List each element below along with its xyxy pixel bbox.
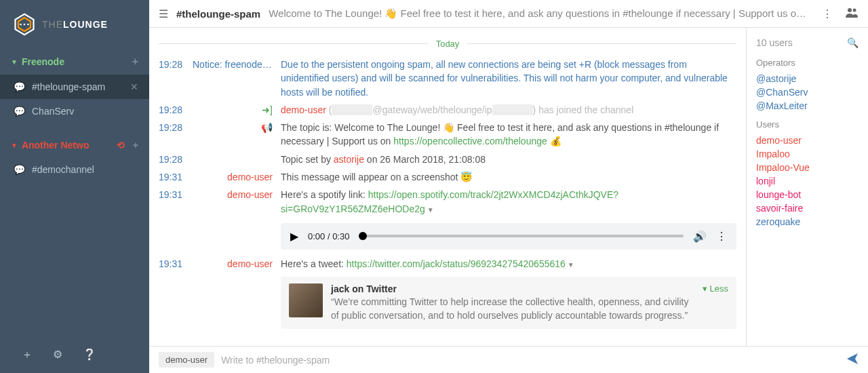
add-channel-icon[interactable]: +	[133, 140, 138, 151]
kebab-icon[interactable]: ⋮	[716, 230, 727, 243]
user-item[interactable]: savoir-faire	[756, 201, 859, 215]
collapse-button[interactable]: ▾ Less	[703, 283, 728, 322]
message-row: 19:28 📢 The topic is: Welcome to The Lou…	[149, 119, 746, 151]
user-item[interactable]: demo-user	[756, 134, 859, 147]
user-item[interactable]: zeroquake	[756, 215, 859, 229]
chevron-down-icon: ▼	[11, 58, 18, 66]
message-row: 19:28 ➜] demo-user (@gateway/web/theloun…	[149, 101, 746, 119]
message-body: This message will appear on a screenshot…	[281, 170, 736, 184]
add-channel-icon[interactable]: +	[132, 56, 138, 68]
chevron-down-icon[interactable]: ▼	[568, 261, 574, 269]
network-freenode[interactable]: ▼ Freenode +	[0, 49, 149, 75]
search-icon[interactable]: 🔍	[847, 37, 859, 48]
message-body: Topic set by astorije on 26 March 2018, …	[281, 153, 736, 166]
message-from[interactable]: demo-user	[193, 257, 281, 271]
main: ☰ #thelounge-spam Welcome to The Lounge!…	[149, 0, 868, 373]
channel-chanserv[interactable]: 💬 ChanServ	[0, 99, 149, 123]
user-item[interactable]: lounge-bot	[756, 188, 859, 201]
message-row: 19:31 demo-user Here's a tweet: https://…	[149, 255, 746, 273]
channel-thelounge-spam[interactable]: 💬 #thelounge-spam ✕	[0, 75, 149, 99]
user-list: 10 users 🔍 Operators @astorije @ChanServ…	[746, 28, 868, 346]
user-item[interactable]: @astorije	[756, 72, 859, 85]
avatar	[289, 283, 323, 317]
send-icon[interactable]	[846, 353, 859, 368]
date-divider: Today	[159, 39, 736, 49]
message-from[interactable]: Notice: freenode-co	[193, 58, 281, 99]
channel-topic: Welcome to The Lounge! 👋 Feel free to te…	[269, 7, 810, 20]
chat-icon: 💬	[14, 164, 25, 175]
userlist-section: Operators	[756, 58, 859, 68]
message-body: Due to the persistent ongoing spam, all …	[281, 58, 736, 99]
audio-time: 0:00 / 0:30	[308, 231, 349, 241]
chat-log: Today 19:28 Notice: freenode-co Due to t…	[149, 28, 746, 346]
message-row: 19:28 Topic set by astorije on 26 March …	[149, 151, 746, 168]
gear-icon[interactable]: ⚙	[53, 348, 62, 362]
app-logo[interactable]: THELOUNGE	[0, 0, 149, 49]
user-item[interactable]: lonjil	[756, 174, 859, 188]
chevron-down-icon: ▼	[11, 142, 18, 149]
timestamp: 19:31	[159, 188, 193, 216]
svg-point-4	[27, 24, 29, 26]
timestamp: 19:28	[159, 121, 193, 149]
svg-point-6	[853, 9, 856, 12]
message-from[interactable]: demo-user	[193, 188, 281, 216]
message-row: 19:31 demo-user Here's a spotify link: h…	[149, 186, 746, 218]
user-item[interactable]: @MaxLeiter	[756, 99, 859, 113]
userlist-section: Users	[756, 119, 859, 130]
sidebar: THELOUNGE ▼ Freenode + 💬 #thelounge-spam…	[0, 0, 149, 373]
embed-body: “We're committing Twitter to help increa…	[331, 296, 694, 322]
user-count: 10 users	[756, 37, 793, 48]
topbar: ☰ #thelounge-spam Welcome to The Lounge!…	[149, 0, 868, 28]
timestamp: 19:28	[159, 58, 193, 99]
message-row: 19:28 Notice: freenode-co Due to the per…	[149, 56, 746, 101]
play-icon[interactable]: ▶	[290, 230, 298, 243]
message-from[interactable]: demo-user	[193, 170, 281, 184]
message-body: Here's a spotify link: https://open.spot…	[281, 188, 736, 216]
embed-title[interactable]: jack on Twitter	[331, 283, 694, 294]
chat-icon: 💬	[14, 106, 25, 117]
message-input[interactable]	[221, 355, 840, 366]
timestamp: 19:28	[159, 153, 193, 166]
audio-player[interactable]: ▶ 0:00 / 0:30 🔊 ⋮	[281, 223, 736, 250]
network-another[interactable]: ▼ Another Netwo ⟲ +	[0, 133, 149, 157]
message-from	[193, 153, 281, 166]
svg-point-2	[20, 24, 22, 26]
user-item[interactable]: Impaloo	[756, 147, 859, 161]
reconnect-icon[interactable]: ⟲	[117, 140, 125, 151]
user-item[interactable]: Impaloo-Vue	[756, 161, 859, 174]
chevron-down-icon[interactable]: ▼	[427, 206, 434, 214]
logo-icon	[12, 12, 37, 37]
burger-icon[interactable]: ☰	[159, 7, 168, 20]
message-body: demo-user (@gateway/web/thelounge/ip) ha…	[281, 103, 736, 117]
add-icon[interactable]: ＋	[22, 348, 33, 362]
close-icon[interactable]: ✕	[130, 81, 138, 92]
volume-icon[interactable]: 🔊	[693, 230, 707, 243]
users-icon[interactable]	[845, 7, 859, 20]
message-row: 19:31 demo-user This message will appear…	[149, 168, 746, 186]
user-item[interactable]: @ChanServ	[756, 85, 859, 99]
nick-label[interactable]: demo-user	[159, 352, 214, 368]
audio-progress[interactable]	[359, 235, 684, 237]
timestamp: 19:31	[159, 257, 193, 271]
svg-point-5	[848, 8, 852, 12]
join-icon: ➜]	[193, 103, 281, 117]
svg-point-3	[24, 24, 26, 26]
timestamp: 19:28	[159, 103, 193, 117]
timestamp: 19:31	[159, 170, 193, 184]
sidebar-footer: ＋ ⚙ ❔	[0, 337, 149, 373]
input-bar: demo-user	[149, 346, 868, 373]
message-body: Here's a tweet: https://twitter.com/jack…	[281, 257, 736, 271]
channel-title: #thelounge-spam	[176, 8, 260, 20]
topic-icon: 📢	[193, 121, 281, 149]
hash-icon: 💬	[14, 81, 25, 92]
kebab-icon[interactable]: ⋮	[818, 7, 837, 20]
message-body: The topic is: Welcome to The Lounge! 👋 F…	[281, 121, 736, 149]
channel-demochannel[interactable]: 💬 #demochannel	[0, 157, 149, 182]
help-icon[interactable]: ❔	[83, 348, 96, 362]
tweet-embed: jack on Twitter “We're committing Twitte…	[281, 277, 736, 329]
